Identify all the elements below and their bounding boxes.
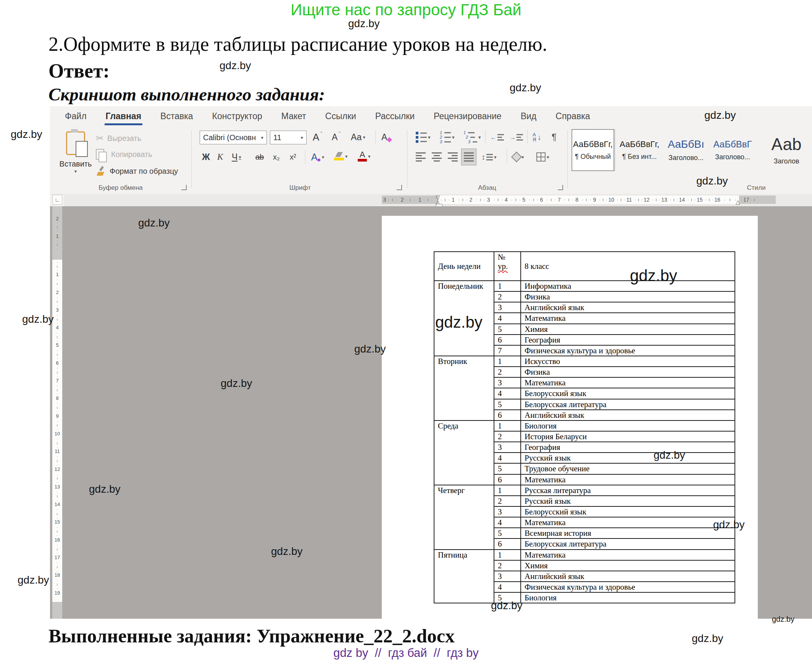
style-card[interactable]: АаБбВıЗаголово... [665, 129, 707, 171]
strikethrough-button[interactable]: ab [253, 149, 266, 165]
text-effects-button[interactable]: А ◆ ▾ [309, 149, 326, 165]
lesson-subject-cell[interactable]: Информатика [521, 281, 735, 291]
font-size-select[interactable]: 11 ▾ [270, 131, 307, 144]
highlight-button[interactable]: ▾ [332, 148, 350, 164]
bullets-button[interactable]: ▾ [413, 129, 433, 145]
font-dialog-launcher-icon[interactable] [397, 185, 402, 190]
horizontal-ruler[interactable]: 3·ı·2·ı·1·ı· ·ı·1·ı·2·ı·3·ı·4·ı·5·ı·6·ı·… [64, 194, 812, 206]
tab-Файл[interactable]: Файл [55, 106, 96, 126]
lesson-number-cell[interactable]: 1 [494, 485, 521, 496]
lesson-number-cell[interactable]: 6 [494, 410, 521, 420]
lesson-number-cell[interactable]: 5 [494, 528, 521, 538]
lesson-number-cell[interactable]: 4 [494, 388, 521, 399]
lesson-number-cell[interactable]: 5 [494, 324, 521, 335]
lesson-number-cell[interactable]: 1 [494, 281, 521, 291]
lesson-subject-cell[interactable]: Трудовое обучение [521, 463, 735, 474]
lesson-subject-cell[interactable]: Физическая культура и здоровье [521, 345, 735, 356]
lesson-number-cell[interactable]: 3 [494, 302, 521, 313]
lesson-subject-cell[interactable]: Английский язык [521, 302, 735, 313]
right-indent-marker[interactable]: △ [736, 199, 740, 205]
justify-button[interactable] [462, 149, 476, 165]
clipboard-dialog-launcher-icon[interactable] [181, 185, 187, 190]
borders-button[interactable]: ▾ [534, 149, 552, 165]
lesson-subject-cell[interactable]: Математика [521, 474, 735, 485]
sort-button[interactable]: АЯ ↓ [530, 129, 543, 145]
lesson-subject-cell[interactable]: Всемирная история [521, 528, 735, 538]
lesson-subject-cell[interactable]: Русская литература [521, 485, 735, 496]
clear-formatting-button[interactable]: А [379, 129, 394, 145]
lesson-number-cell[interactable]: 3 [494, 571, 521, 582]
lesson-number-cell[interactable]: 4 [494, 582, 521, 592]
lesson-subject-cell[interactable]: Физика [521, 367, 735, 377]
increase-indent-button[interactable]: → [507, 129, 525, 145]
grow-font-button[interactable]: Аˆ [310, 129, 324, 145]
lesson-subject-cell[interactable]: Химия [521, 560, 735, 571]
tab-Справка[interactable]: Справка [546, 106, 599, 126]
lesson-subject-cell[interactable]: Английский язык [521, 410, 735, 420]
font-name-select[interactable]: Calibri (Основн ▾ [200, 131, 267, 144]
lesson-number-cell[interactable]: 2 [494, 291, 521, 302]
lesson-subject-cell[interactable]: География [521, 335, 735, 345]
lesson-number-cell[interactable]: 1 [494, 356, 521, 367]
style-card[interactable]: АаБбВвГг,¶ Без инт... [618, 129, 661, 171]
document-page[interactable]: День недели№ур.8 классПонедельник1Информ… [382, 216, 758, 619]
tab-Ссылки[interactable]: Ссылки [316, 106, 366, 126]
superscript-button[interactable]: x² [287, 149, 299, 165]
lesson-number-cell[interactable]: 4 [494, 313, 521, 323]
style-card[interactable]: АаБбВвГг,¶ Обычный [571, 129, 614, 171]
align-right-button[interactable] [446, 149, 460, 165]
lesson-number-cell[interactable]: 4 [494, 453, 521, 463]
lesson-subject-cell[interactable]: География [521, 442, 735, 453]
bold-button[interactable]: Ж [200, 149, 212, 165]
shading-button[interactable]: ▾ [510, 149, 526, 165]
lesson-number-cell[interactable]: 1 [494, 550, 521, 560]
lesson-subject-cell[interactable]: Биология [521, 592, 735, 603]
lesson-number-cell[interactable]: 2 [494, 367, 521, 377]
numbering-button[interactable]: 1 2 3 ▾ [437, 129, 457, 145]
lesson-subject-cell[interactable]: Математика [521, 517, 735, 528]
lesson-subject-cell[interactable]: Химия [521, 324, 735, 335]
lesson-subject-cell[interactable]: Физическая культура и здоровье [521, 582, 735, 592]
lesson-number-cell[interactable]: 1 [494, 420, 521, 431]
tab-Вид[interactable]: Вид [511, 106, 546, 126]
tab-Главная[interactable]: Главная [96, 106, 151, 126]
lesson-number-cell[interactable]: 3 [494, 377, 521, 388]
lesson-subject-cell[interactable]: История Беларуси [521, 431, 735, 442]
cut-button[interactable]: ✂ Вырезать [96, 131, 141, 145]
lesson-number-cell[interactable]: 3 [494, 442, 521, 453]
style-card[interactable]: АаbЗаголов [758, 129, 811, 171]
italic-button[interactable]: К [215, 149, 225, 165]
lesson-subject-cell[interactable]: Белорусская литература [521, 538, 735, 549]
style-card[interactable]: АаБбВвГЗаголово... [711, 129, 754, 171]
lesson-subject-cell[interactable]: Белорусская литература [521, 399, 735, 410]
day-cell[interactable]: Среда [434, 420, 494, 485]
multilevel-list-button[interactable]: 1 2 3 ▾ [461, 129, 483, 145]
lesson-subject-cell[interactable]: Математика [521, 550, 735, 560]
lesson-number-cell[interactable]: 6 [494, 474, 521, 485]
vertical-ruler[interactable]: 2·ı·1·ı· ·ı·1·ı·2·ı·3·ı·4·ı·5·ı·6·ı·7·ı·… [52, 206, 62, 619]
underline-button[interactable]: Ч ▾ [229, 149, 244, 165]
tab-Рецензирование[interactable]: Рецензирование [424, 106, 511, 126]
ruler-origin-box[interactable]: ∟ [52, 195, 62, 205]
lesson-number-cell[interactable]: 6 [494, 335, 521, 345]
tab-Рассылки[interactable]: Рассылки [366, 106, 424, 126]
decrease-indent-button[interactable]: ← [488, 129, 506, 145]
font-color-button[interactable]: А ▾ [355, 148, 373, 164]
lesson-subject-cell[interactable]: Русский язык [521, 496, 735, 506]
paste-button[interactable]: Вставить ▾ [58, 129, 93, 183]
lesson-subject-cell[interactable]: Белорусский язык [521, 388, 735, 399]
lesson-number-cell[interactable]: 2 [494, 496, 521, 506]
change-case-button[interactable]: Аа ▾ [349, 129, 368, 145]
lesson-subject-cell[interactable]: Математика [521, 313, 735, 323]
tab-Конструктор[interactable]: Конструктор [203, 106, 272, 126]
format-painter-button[interactable]: Формат по образцу [96, 164, 178, 178]
paragraph-dialog-launcher-icon[interactable] [558, 185, 563, 190]
shrink-font-button[interactable]: Аˇ [329, 129, 343, 145]
lesson-subject-cell[interactable]: Английский язык [521, 571, 735, 582]
lesson-number-cell[interactable]: 6 [494, 538, 521, 549]
lesson-number-cell[interactable]: 3 [494, 506, 521, 517]
day-cell[interactable]: Четверг [434, 485, 494, 550]
lesson-number-cell[interactable]: 2 [494, 560, 521, 571]
show-marks-button[interactable]: ¶ [549, 129, 559, 145]
copy-button[interactable]: Копировать [96, 147, 152, 161]
